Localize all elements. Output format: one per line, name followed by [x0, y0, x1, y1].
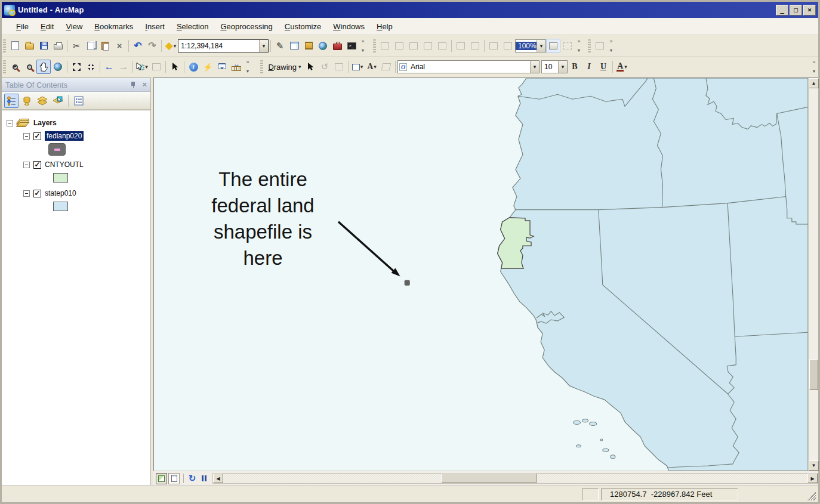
copy-button[interactable] — [84, 39, 98, 53]
layers-root-row[interactable]: Layers — [7, 116, 150, 129]
redo-button[interactable]: ↷ — [145, 39, 159, 53]
go-back-extent-button[interactable]: ← — [102, 60, 116, 74]
toolbar-overflow-button[interactable]: »▼ — [359, 38, 367, 54]
bold-button[interactable]: B — [568, 60, 582, 74]
menu-help[interactable]: Help — [371, 20, 399, 33]
layer-label-statep010[interactable]: statep010 — [45, 189, 76, 197]
list-by-drawing-order-button[interactable] — [4, 94, 19, 108]
toolbar-overflow-button[interactable]: »▼ — [810, 59, 818, 75]
new-document-button[interactable] — [8, 39, 22, 53]
close-button[interactable]: × — [803, 5, 816, 16]
zoom-in-tool[interactable]: + — [8, 60, 22, 74]
font-size-combobox[interactable]: 10 ▾ — [541, 60, 568, 73]
text-draw-tool[interactable]: A▾ — [365, 60, 379, 74]
table-of-contents-window-button[interactable] — [287, 39, 301, 53]
layer-label-fedlanp020[interactable]: fedlanp020 — [45, 131, 84, 141]
layer-row-cntyoutl[interactable]: ✓ CNTYOUTL — [7, 158, 150, 171]
map-horizontal-scrollbar[interactable]: ◀ ▶ — [212, 473, 818, 484]
toolbar-grip[interactable] — [3, 60, 6, 73]
add-data-button[interactable]: ◆▾ — [164, 39, 178, 53]
toolbar-grip[interactable] — [588, 39, 591, 52]
font-dropdown-button[interactable]: ▾ — [530, 61, 539, 73]
pin-icon[interactable] — [130, 81, 137, 88]
html-popup-tool[interactable] — [215, 60, 229, 74]
drawing-menu-button[interactable]: Drawing ▾ — [265, 60, 303, 74]
window-resize-grip[interactable] — [807, 492, 816, 500]
zoom-out-tool[interactable]: − — [22, 60, 36, 74]
layout-view-button[interactable] — [168, 473, 180, 484]
print-button[interactable] — [51, 39, 65, 53]
map-annotation-text[interactable]: The entire federal land shapefile is her… — [202, 166, 324, 271]
font-name-combobox[interactable]: O Arial ▾ — [397, 60, 540, 73]
toc-header[interactable]: Table Of Contents × — [2, 78, 150, 92]
layer-label-cntyoutl[interactable]: CNTYOUTL — [45, 160, 84, 169]
fixed-zoom-in-button[interactable] — [69, 60, 84, 74]
toolbar-grip[interactable] — [3, 39, 6, 52]
layer-checkbox-checked[interactable]: ✓ — [33, 132, 41, 140]
collapse-icon[interactable] — [7, 120, 13, 126]
map-scale-combobox[interactable]: 1:12,394,184 ▾ — [178, 39, 269, 52]
symbol-row-statep010[interactable] — [7, 200, 150, 213]
scroll-right-button[interactable]: ▶ — [807, 474, 818, 483]
scroll-left-button[interactable]: ◀ — [213, 474, 223, 483]
layers-root-label[interactable]: Layers — [33, 119, 57, 127]
collapse-icon[interactable] — [23, 162, 30, 168]
horizontal-scroll-thumb[interactable] — [441, 474, 537, 483]
open-button[interactable] — [22, 39, 36, 53]
toolbar-overflow-button[interactable]: »▼ — [243, 59, 252, 75]
menu-customize[interactable]: Customize — [279, 20, 327, 33]
map-vertical-scrollbar[interactable]: ▲ ▼ — [808, 78, 818, 471]
measure-tool[interactable] — [229, 60, 243, 74]
paste-button[interactable] — [98, 39, 112, 53]
collapse-icon[interactable] — [23, 133, 30, 140]
scroll-down-button[interactable]: ▼ — [809, 460, 819, 471]
toggle-draft-mode-button[interactable] — [546, 39, 560, 53]
font-size-dropdown-button[interactable]: ▾ — [558, 61, 567, 73]
vertical-scroll-thumb[interactable] — [809, 359, 818, 390]
delete-button[interactable]: × — [112, 39, 127, 53]
minimize-button[interactable]: _ — [776, 5, 788, 16]
underline-button[interactable]: U — [596, 60, 611, 74]
select-elements-tool[interactable] — [168, 60, 182, 74]
maximize-button[interactable]: □ — [790, 5, 802, 16]
symbol-row-cntyoutl[interactable] — [7, 171, 150, 184]
map-viewport[interactable]: The entire federal land shapefile is her… — [154, 78, 808, 471]
symbol-row-fedlanp020[interactable] — [7, 143, 150, 156]
toolbar-overflow-button[interactable]: »▼ — [607, 38, 615, 54]
menu-selection[interactable]: Selection — [171, 20, 214, 33]
menu-insert[interactable]: Insert — [139, 20, 171, 33]
select-features-tool[interactable]: ▾ — [135, 60, 149, 74]
menu-edit[interactable]: Edit — [35, 20, 60, 33]
fedlanp020-symbol-swatch[interactable] — [48, 143, 66, 156]
arctoolbox-button[interactable] — [330, 39, 344, 53]
fixed-zoom-out-button[interactable] — [84, 60, 98, 74]
collapse-icon[interactable] — [23, 190, 30, 197]
zoom-percent-dropdown-button[interactable]: ▾ — [537, 40, 545, 52]
menu-bookmarks[interactable]: Bookmarks — [88, 20, 139, 33]
python-window-button[interactable]: >_ — [344, 39, 359, 53]
toolbar-grip[interactable] — [373, 39, 376, 52]
cntyoutl-symbol-swatch[interactable] — [53, 173, 68, 183]
federal-land-point[interactable] — [405, 280, 410, 286]
layer-checkbox-checked[interactable]: ✓ — [33, 190, 41, 197]
layer-row-fedlanp020[interactable]: ✓ fedlanp020 — [7, 129, 150, 143]
save-button[interactable] — [36, 39, 51, 53]
menu-file[interactable]: File — [10, 20, 35, 33]
list-by-selection-button[interactable] — [51, 94, 65, 108]
search-window-button[interactable] — [316, 39, 330, 53]
menu-windows[interactable]: Windows — [327, 20, 371, 33]
refresh-view-button[interactable]: ↻ — [186, 473, 198, 484]
menu-geoprocessing[interactable]: Geoprocessing — [214, 20, 278, 33]
catalog-window-button[interactable] — [301, 39, 316, 53]
full-extent-button[interactable] — [51, 60, 65, 74]
data-view-button[interactable] — [156, 473, 167, 484]
layout-zoom-percent-combobox[interactable]: 100% ▾ — [515, 39, 546, 52]
layer-checkbox-checked[interactable]: ✓ — [33, 161, 41, 169]
undo-button[interactable]: ↶ — [131, 39, 145, 53]
menu-view[interactable]: View — [60, 20, 88, 33]
rectangle-draw-tool[interactable]: ▾ — [350, 60, 365, 74]
toc-options-button[interactable] — [72, 94, 86, 108]
list-by-source-button[interactable] — [20, 94, 34, 108]
statep010-symbol-swatch[interactable] — [53, 202, 68, 211]
list-by-visibility-button[interactable] — [35, 94, 50, 108]
